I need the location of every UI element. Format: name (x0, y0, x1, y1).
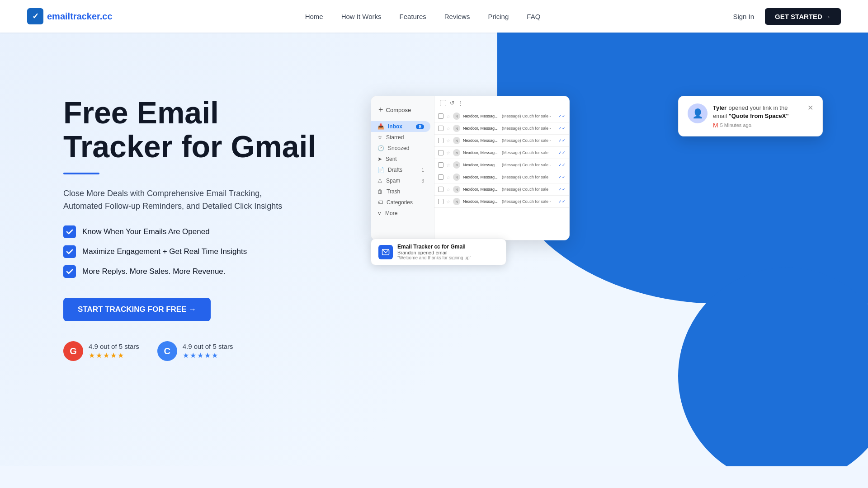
notif-email-title: "Quote from SpaceX" (729, 113, 789, 119)
gmail-icon: M (713, 122, 718, 129)
compose-label: Compose (386, 107, 411, 113)
nav-faq[interactable]: FAQ (527, 13, 540, 20)
bottom-notif-sub2: "Welcome and thanks for signing up" (397, 255, 499, 260)
hero-section: Free Email Tracker for Gmail Close More … (0, 33, 868, 466)
hero-title: Free Email Tracker for Gmail (63, 96, 335, 164)
logo[interactable]: ✓ emailtracker.cc (27, 8, 113, 24)
nav-pricing[interactable]: Pricing (488, 13, 509, 20)
gmail-mock: + Compose 📥 Inbox 8 ☆Starred 🕐 (371, 96, 570, 240)
bottom-notif-icon (378, 245, 393, 259)
compose-button[interactable]: + Compose (371, 102, 434, 121)
ratings: G 4.9 out of 5 stars ★ ★ ★ ★ ★ C (63, 341, 335, 361)
hero-title-line2: Tracker for Gmail (63, 129, 316, 164)
sidebar-inbox[interactable]: 📥 Inbox 8 (371, 121, 430, 132)
feature-item-2: Maximize Engagement + Get Real Time Insi… (63, 245, 335, 258)
email-checkbox[interactable] (438, 113, 443, 119)
notif-time: 5 Minutes ago. (720, 122, 753, 128)
email-sender: Nexdoor, Message f... (463, 114, 499, 118)
bottom-notif-title: Email Tracker cc for Gmail (397, 244, 499, 250)
sidebar-sent[interactable]: ➤Sent (371, 154, 430, 164)
chrome-stars: ★ ★ ★ ★ ★ (183, 351, 233, 360)
email-preview: (Message) Couch for sale - (502, 114, 556, 118)
sidebar-starred[interactable]: ☆Starred (371, 132, 430, 143)
chrome-icon: C (157, 341, 177, 361)
bottom-notification: Email Tracker cc for Gmail Brandon opene… (371, 239, 506, 265)
gmail-sidebar: + Compose 📥 Inbox 8 ☆Starred 🕐 (371, 96, 434, 240)
hero-content: Free Email Tracker for Gmail Close More … (0, 33, 868, 388)
email-row[interactable]: ☆ N Nexdoor, Message f... (Message) Couc… (434, 135, 569, 147)
notif-message: Tyler opened your link in the email "Quo… (713, 103, 802, 120)
hero-left: Free Email Tracker for Gmail Close More … (63, 78, 335, 361)
nav-features[interactable]: Features (400, 13, 426, 20)
feature-item-1: Know When Your Emails Are Opened (63, 225, 335, 238)
hero-title-line1: Free Email (63, 95, 219, 130)
chrome-rating: C 4.9 out of 5 stars ★ ★ ★ ★ ★ (157, 341, 233, 361)
feature-text-1: Know When Your Emails Are Opened (82, 227, 210, 236)
sidebar-more[interactable]: ∨More (371, 208, 430, 219)
email-row[interactable]: ☆ N Nexdoor, Message f... (Message) Couc… (434, 196, 569, 208)
nav-links: Home How It Works Features Reviews Prici… (305, 13, 541, 20)
sign-in-link[interactable]: Sign In (733, 13, 754, 20)
google-rating: G 4.9 out of 5 stars ★ ★ ★ ★ ★ (63, 341, 139, 361)
nav-home[interactable]: Home (305, 13, 323, 20)
nav-reviews[interactable]: Reviews (444, 13, 470, 20)
notif-gmail: M 5 Minutes ago. (713, 122, 802, 129)
refresh-icon[interactable]: ↺ (450, 100, 454, 106)
feature-text-3: More Replys. More Sales. More Revenue. (82, 267, 226, 276)
sidebar-drafts[interactable]: 📄Drafts 1 (371, 164, 430, 175)
inbox-badge: 8 (416, 124, 424, 129)
inbox-icon: 📥 (377, 123, 384, 130)
chrome-rating-text: 4.9 out of 5 stars ★ ★ ★ ★ ★ (183, 343, 233, 360)
feature-list: Know When Your Emails Are Opened Maximiz… (63, 225, 335, 278)
email-row[interactable]: ☆ N Nexdoor, Message f... (Message) Couc… (434, 159, 569, 171)
feature-item-3: More Replys. More Sales. More Revenue. (63, 265, 335, 278)
check-icon-3 (63, 265, 76, 278)
check-icon-2 (63, 245, 76, 258)
sidebar-trash[interactable]: 🗑Trash (371, 186, 430, 197)
email-row[interactable]: ☆ N Nexdoor, Message f... (Message) Couc… (434, 183, 569, 196)
logo-domain: .cc (100, 11, 113, 21)
star-icon[interactable]: ☆ (446, 114, 450, 119)
get-started-button[interactable]: GET STARTED → (765, 8, 841, 25)
sidebar-categories[interactable]: 🏷Categories (371, 197, 430, 208)
email-row[interactable]: ☆ N Nexdoor, Message f... (Message) Couc… (434, 147, 569, 159)
google-score: 4.9 out of 5 stars (89, 343, 139, 350)
logo-icon: ✓ (27, 8, 43, 24)
notif-name: Tyler (713, 104, 726, 111)
sidebar-snoozed[interactable]: 🕐Snoozed (371, 143, 430, 154)
logo-text: emailtracker.cc (47, 11, 113, 22)
chrome-score: 4.9 out of 5 stars (183, 343, 233, 350)
gmail-main: ↺ ⋮ ☆ N Nexdoor, Message f... (Message) … (434, 96, 569, 208)
notification-popup: 👤 Tyler opened your link in the email "Q… (678, 96, 823, 136)
email-avatar: N (453, 113, 460, 120)
bottom-notif-sub: Brandon opened email (397, 250, 499, 255)
more-options-icon[interactable]: ⋮ (458, 100, 463, 106)
inbox-label: Inbox (388, 123, 402, 130)
hero-divider (63, 173, 99, 174)
google-stars: ★ ★ ★ ★ ★ (89, 351, 139, 360)
notif-close-icon[interactable]: ✕ (807, 103, 813, 112)
nav-how-it-works[interactable]: How It Works (341, 13, 382, 20)
select-all-checkbox[interactable] (440, 100, 446, 106)
feature-text-2: Maximize Engagement + Get Real Time Insi… (82, 247, 247, 256)
check-icon-1 (63, 225, 76, 238)
sidebar-inbox-left: 📥 Inbox (377, 123, 402, 130)
google-rating-text: 4.9 out of 5 stars ★ ★ ★ ★ ★ (89, 343, 139, 360)
email-row[interactable]: ☆ N Nexdoor, Message f... (Message) Couc… (434, 110, 569, 122)
hero-right: 👤 Tyler opened your link in the email "Q… (371, 78, 814, 274)
compose-plus-icon: + (378, 105, 383, 115)
sidebar-spam[interactable]: ⚠Spam 3 (371, 175, 430, 186)
navbar: ✓ emailtracker.cc Home How It Works Feat… (0, 0, 868, 33)
read-tick: ✓✓ (558, 114, 566, 118)
bottom-notif-text: Email Tracker cc for Gmail Brandon opene… (397, 244, 499, 260)
gmail-toolbar: ↺ ⋮ (434, 96, 569, 110)
email-row[interactable]: ☆ N Nexdoor, Message f... (Message) Couc… (434, 171, 569, 183)
notif-avatar: 👤 (688, 103, 708, 123)
notif-text: Tyler opened your link in the email "Quo… (713, 103, 802, 129)
logo-brand: emailtracker (47, 11, 100, 21)
cta-button[interactable]: START TRACKING FOR FREE → (63, 298, 211, 321)
google-icon: G (63, 341, 83, 361)
hero-subtitle: Close More Deals with Comprehensive Emai… (63, 187, 298, 213)
nav-right: Sign In GET STARTED → (733, 8, 841, 25)
email-row[interactable]: ☆ N Nexdoor, Message f... (Message) Couc… (434, 122, 569, 135)
